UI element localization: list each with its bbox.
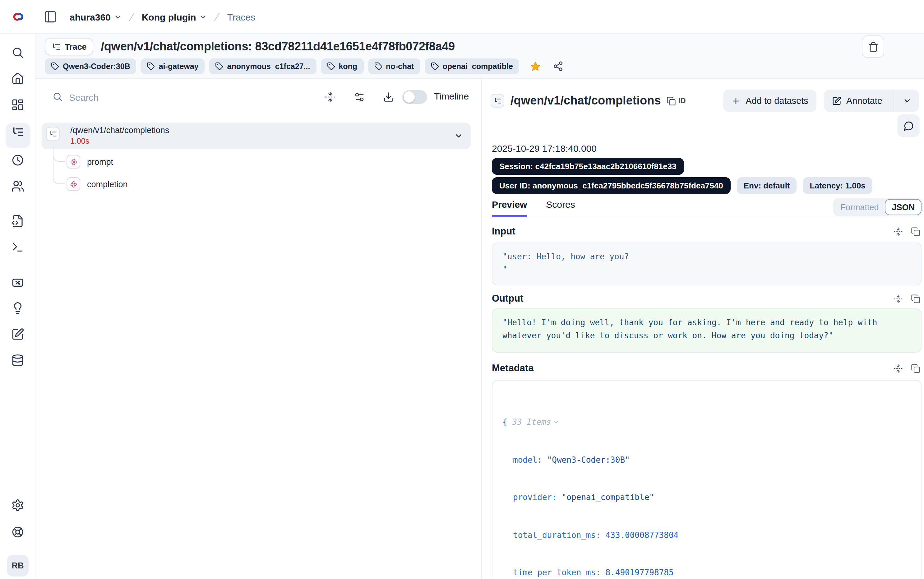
- output-content[interactable]: "Hello! I'm doing well, thank you for as…: [492, 309, 922, 353]
- input-content[interactable]: "user: Hello, how are you?": [492, 242, 922, 285]
- tree-row-trace[interactable]: /qwen/v1/chat/completions 1.00s: [42, 123, 471, 149]
- tag-pill[interactable]: kong: [320, 59, 364, 74]
- tabs-divider: [482, 218, 924, 218]
- search-icon[interactable]: [11, 46, 24, 59]
- download-icon[interactable]: [383, 92, 394, 103]
- breadcrumb-section[interactable]: Kong plugin: [142, 11, 207, 22]
- tree-node-label: prompt: [87, 157, 113, 166]
- metadata-section-header: Metadata: [492, 363, 920, 374]
- trace-detail-panel: /qwen/v1/chat/completions ID Add to data…: [482, 79, 924, 579]
- trace-header: Trace /qwen/v1/chat/completions: 83cd782…: [36, 34, 924, 79]
- dashboard-icon[interactable]: [11, 98, 24, 111]
- users-icon[interactable]: [11, 180, 24, 193]
- chevron-down-icon[interactable]: [903, 96, 912, 105]
- tree-row-prompt[interactable]: prompt: [67, 155, 113, 168]
- comments-button[interactable]: [897, 114, 920, 137]
- copy-id-icon[interactable]: [666, 96, 676, 105]
- chevron-down-icon: [114, 13, 122, 21]
- trace-type-badge: Trace: [45, 38, 93, 56]
- id-label: ID: [678, 96, 686, 105]
- tree-row-completion[interactable]: completion: [67, 177, 128, 191]
- annotate-label: Annotate: [846, 96, 882, 106]
- tag-pill[interactable]: ai-gateway: [141, 59, 205, 74]
- evaluators-percent-icon[interactable]: [11, 276, 24, 289]
- env-badge: Env: default: [737, 177, 797, 194]
- user-id-badge[interactable]: User ID: anonymous_c1fca2795bbedc5f36678…: [492, 177, 731, 194]
- breadcrumb-project[interactable]: ahura360: [70, 11, 122, 22]
- input-line: "user: Hello, how are you?: [503, 252, 629, 261]
- trace-node-label: /qwen/v1/chat/completions: [70, 126, 169, 135]
- json-root-line[interactable]: { 33 Items: [503, 416, 911, 428]
- playground-terminal-icon[interactable]: [11, 241, 24, 254]
- view-formatted-option[interactable]: Formatted: [834, 203, 885, 212]
- search-input[interactable]: [68, 88, 254, 106]
- json-value: 433.00008773804: [605, 530, 678, 540]
- view-settings-icon[interactable]: [354, 92, 365, 103]
- copy-icon[interactable]: [911, 363, 920, 373]
- collapse-section-icon[interactable]: [893, 294, 903, 303]
- annotation-pen-icon[interactable]: [11, 328, 24, 341]
- tab-preview[interactable]: Preview: [492, 199, 527, 217]
- chevron-down-icon[interactable]: [553, 416, 560, 428]
- chevron-down-icon[interactable]: [454, 131, 463, 141]
- breadcrumb: ahura360 Kong plugin Traces: [70, 0, 255, 34]
- sessions-clock-icon[interactable]: [11, 154, 24, 167]
- datasets-database-icon[interactable]: [11, 354, 24, 367]
- collapse-section-icon[interactable]: [893, 227, 903, 236]
- latency-badge: Latency: 1.00s: [803, 177, 872, 194]
- json-entry: time_per_token_ms: 8.490197798785: [503, 567, 911, 579]
- detail-header: /qwen/v1/chat/completions ID Add to data…: [491, 90, 919, 112]
- tag-label: no-chat: [386, 62, 414, 70]
- timeline-toggle[interactable]: [402, 90, 427, 104]
- event-flower-icon: [67, 155, 80, 168]
- metadata-json-viewer[interactable]: { 33 Items model: "Qwen3-Coder:30B" prov…: [492, 380, 922, 579]
- tag-label: anonymous_c1fca27...: [227, 62, 310, 70]
- detail-title: /qwen/v1/chat/completions: [511, 94, 661, 108]
- view-json-option[interactable]: JSON: [885, 199, 922, 215]
- app-logo-icon[interactable]: [10, 11, 24, 22]
- copy-icon[interactable]: [911, 227, 920, 236]
- collapse-all-icon[interactable]: [325, 92, 336, 103]
- json-entry: provider: "openai_compatible": [503, 491, 911, 504]
- user-initials: RB: [12, 561, 24, 570]
- settings-gear-icon[interactable]: [11, 499, 24, 512]
- tag-pill[interactable]: anonymous_c1fca27...: [209, 59, 317, 74]
- edit-square-icon: [832, 96, 841, 105]
- share-icon[interactable]: [553, 61, 563, 72]
- user-avatar[interactable]: RB: [7, 555, 29, 577]
- collapse-section-icon[interactable]: [893, 363, 903, 373]
- add-to-datasets-button[interactable]: Add to datasets: [723, 90, 816, 112]
- tag-pill[interactable]: no-chat: [368, 59, 420, 74]
- plus-icon: [731, 96, 741, 105]
- bookmark-star-icon[interactable]: [530, 61, 541, 72]
- session-badge[interactable]: Session: c42fca19b75e13aac2b2106610f81e3…: [492, 158, 684, 175]
- detail-tabs: Preview Scores Formatted JSON: [492, 199, 923, 218]
- support-lifebuoy-icon[interactable]: [11, 525, 24, 538]
- json-value: "Qwen3-Coder:30B": [547, 455, 630, 464]
- json-key: model: [513, 455, 537, 464]
- breadcrumb-page-label[interactable]: Traces: [227, 11, 256, 22]
- tag-icon: [374, 62, 382, 70]
- tag-label: openai_compatible: [442, 62, 513, 70]
- sidebar-toggle-icon[interactable]: [44, 10, 57, 24]
- add-to-datasets-label: Add to datasets: [746, 96, 808, 106]
- home-icon[interactable]: [11, 72, 24, 85]
- app-root: ahura360 Kong plugin Traces: [0, 0, 924, 579]
- lightbulb-icon[interactable]: [11, 302, 24, 315]
- nav-rail: RB: [0, 34, 36, 579]
- tab-scores[interactable]: Scores: [546, 199, 575, 215]
- tag-pill[interactable]: Qwen3-Coder:30B: [45, 59, 137, 74]
- traces-icon[interactable]: [11, 126, 24, 139]
- json-key: total_duration_ms: [513, 530, 596, 540]
- annotate-button[interactable]: Annotate: [824, 90, 919, 112]
- breadcrumb-separator-icon: [212, 11, 223, 22]
- output-title: Output: [492, 293, 524, 304]
- prompts-file-code-icon[interactable]: [11, 214, 24, 227]
- breadcrumb-project-label: ahura360: [70, 11, 111, 22]
- tag-icon: [51, 62, 59, 70]
- delete-trace-button[interactable]: [862, 36, 884, 58]
- json-entry: total_duration_ms: 433.00008773804: [503, 529, 911, 541]
- tag-pill[interactable]: openai_compatible: [424, 59, 519, 74]
- copy-icon[interactable]: [911, 294, 920, 303]
- event-flower-icon: [67, 177, 80, 191]
